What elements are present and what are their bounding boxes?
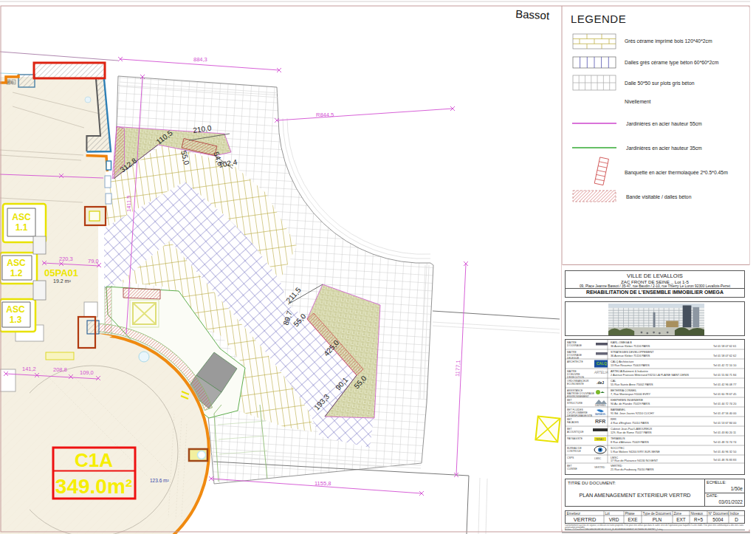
svg-text:VRD: VRD [609, 517, 619, 522]
svg-text:C1A: C1A [75, 449, 113, 471]
svg-text:Tel 01 42 96 08 77: Tel 01 42 96 08 77 [713, 383, 736, 386]
svg-text:8 Rue d'Athenes 75009 PARIS: 8 Rue d'Athenes 75009 PARIS [611, 441, 649, 444]
svg-text:DESENFUMAGE/GTB: DESENFUMAGE/GTB [567, 414, 593, 417]
svg-text:Tel 01 43 80 20 11: Tel 01 43 80 20 11 [713, 431, 736, 434]
svg-text:Indice: Indice [730, 512, 740, 516]
svg-text:208,8: 208,8 [53, 366, 67, 373]
svg-text:Emetteur: Emetteur [567, 512, 581, 516]
svg-text:TERABILIS: TERABILIS [611, 437, 625, 440]
svg-text:PLN: PLN [653, 517, 662, 522]
svg-text:STRUCTURE: STRUCTURE [567, 402, 583, 405]
svg-text:36 Avenue Kleber 75116 PARIS: 36 Avenue Kleber 75116 PARIS [611, 345, 650, 348]
svg-text:884,3: 884,3 [193, 56, 207, 63]
svg-text:13 Rue Reaumur 75003 PARIS: 13 Rue Reaumur 75003 PARIS [611, 364, 650, 367]
svg-text:Lot: Lot [605, 512, 611, 516]
svg-text:129, Rue de Rome 75017 PARIS: 129, Rue de Rome 75017 PARIS [611, 431, 652, 434]
svg-text:220,3: 220,3 [59, 256, 73, 262]
svg-text:109,0: 109,0 [80, 369, 94, 376]
svg-text:CUISINE: CUISINE [567, 468, 577, 470]
svg-text:CAL: CAL [611, 380, 616, 383]
svg-text:5004: 5004 [712, 517, 724, 522]
svg-text:EXE: EXE [628, 517, 638, 522]
svg-text:Tel 01 42 72 10 10: Tel 01 42 72 10 10 [713, 364, 736, 367]
svg-text:FACADES: FACADES [567, 421, 580, 424]
svg-text:05PA01: 05PA01 [44, 267, 78, 278]
svg-text:1155,8: 1155,8 [315, 480, 331, 487]
svg-text:Dalles grès cérame type béton: Dalles grès cérame type béton 60*60*2cm [625, 60, 719, 66]
svg-text:Tel 01 58 07 62 61: Tel 01 58 07 62 61 [713, 345, 736, 348]
svg-text:KARL-OMEGA B: KARL-OMEGA B [611, 341, 632, 344]
svg-text:90 Av. de Flandre 75019 PARIS: 90 Av. de Flandre 75019 PARIS [611, 403, 650, 405]
svg-text:ARCHITECTE: ARCHITECTE [567, 360, 583, 363]
svg-text:TERAO: TERAO [596, 438, 605, 441]
svg-text:ARTELIA Batiment & Industrie: ARTELIA Batiment & Industrie [611, 370, 648, 373]
svg-text:1177,1: 1177,1 [454, 360, 461, 377]
svg-text:Phase: Phase [625, 512, 635, 516]
svg-text:CALQ Architecture: CALQ Architecture [611, 360, 633, 363]
svg-text:2 Avenue Francois Mitterrand 9: 2 Avenue Francois Mitterrand 93210 LA PL… [611, 374, 690, 377]
svg-text:Tel 01 44 72 74 20: Tel 01 44 72 74 20 [713, 403, 736, 405]
svg-text:Bande visitable / dalles béton: Bande visitable / dalles béton [626, 194, 692, 199]
svg-text:1.1: 1.1 [16, 222, 28, 233]
svg-text:RFR: RFR [611, 418, 616, 421]
svg-text:91 Bd. Jean Jaures 92110 CLICH: 91 Bd. Jean Jaures 92110 CLICHY [611, 412, 654, 415]
svg-text:36 Avenue Kleber 75116 PARIS: 36 Avenue Kleber 75116 PARIS [611, 355, 650, 357]
svg-text:Banquette en acier thermolaqué: Banquette en acier thermolaquée 2*0.5*0.… [625, 170, 728, 176]
svg-text:R+5: R+5 [694, 517, 703, 522]
svg-text:Tel 01 40 96 32 50: Tel 01 40 96 32 50 [713, 451, 736, 453]
svg-text:123.6 m²: 123.6 m² [150, 478, 169, 483]
svg-text:ASC: ASC [12, 212, 31, 222]
svg-text:VERTRD: VERTRD [574, 516, 597, 523]
svg-text:R844,5: R844,5 [316, 112, 334, 118]
svg-text:Tel 01 58 07 62 62: Tel 01 58 07 62 62 [713, 355, 736, 357]
svg-text:Type de Document: Type de Document [643, 512, 672, 516]
svg-text:PAYSAGISTE: PAYSAGISTE [567, 437, 583, 440]
svg-text:STRATEGIES DEVELOPPEMENT: STRATEGIES DEVELOPPEMENT [611, 351, 654, 354]
svg-text:BARBANEL: BARBANEL [595, 413, 606, 416]
svg-text:BETERRA CONSEIL: BETERRA CONSEIL [611, 389, 636, 392]
svg-text:D: D [735, 517, 738, 522]
svg-text:Jardinières en acier hauteur 5: Jardinières en acier hauteur 55cm [626, 121, 702, 126]
svg-text:Niveaux: Niveaux [691, 512, 704, 516]
svg-text:Tel 01 53 67 84 00: Tel 01 53 67 84 00 [713, 422, 736, 425]
svg-text:ENVIRONNEMENT: ENVIRONNEMENT [567, 395, 589, 398]
svg-text:349.0m²: 349.0m² [55, 475, 132, 498]
svg-text:55 Rue Sainte Anne 75002 PARIS: 55 Rue Sainte Anne 75002 PARIS [611, 383, 653, 386]
svg-text:BARBANEL: BARBANEL [611, 408, 625, 411]
svg-text:Nivellement: Nivellement [625, 99, 651, 104]
svg-text:CONTROLE: CONTROLE [567, 450, 582, 453]
svg-text:Tel 01 48 76 83 83: Tel 01 48 76 83 83 [713, 459, 736, 462]
svg-text:4 Rue d'Enghien 75010 PARIS: 4 Rue d'Enghien 75010 PARIS [611, 422, 649, 425]
svg-text:ARTELIA: ARTELIA [594, 371, 608, 374]
svg-text:21 Rue du Faubourg 75010 PARIS: 21 Rue du Faubourg 75010 PARIS [611, 468, 654, 471]
svg-text:VERTRD: VERTRD [594, 466, 605, 469]
svg-text:Grès cérame imprimé bois 120*4: Grès cérame imprimé bois 120*40*2cm [625, 38, 712, 44]
svg-text:5 Rue Moliere 94200 IVRY-SUR-S: 5 Rue Moliere 94200 IVRY-SUR-SEINE [611, 451, 660, 453]
svg-text:Bassot: Bassot [515, 7, 551, 21]
svg-text:19.2 m²: 19.2 m² [53, 278, 71, 284]
svg-text:1.2: 1.2 [10, 268, 23, 278]
svg-text:1411,5: 1411,5 [126, 196, 132, 212]
svg-text:Cabinet Jean-Paul LAMOUREUX: Cabinet Jean-Paul LAMOUREUX [611, 428, 653, 431]
svg-text:17 Rue de Plaisance 94130 NOGE: 17 Rue de Plaisance 94130 NOGENT [611, 459, 659, 462]
svg-text:N° Document: N° Document [709, 512, 729, 516]
svg-text:ASC: ASC [6, 304, 25, 315]
svg-text:Zone: Zone [674, 512, 682, 516]
svg-text:KHEPHREN: KHEPHREN [595, 404, 606, 407]
svg-text:ASC: ASC [7, 258, 26, 268]
svg-text:KHEPHREN INGENIERIE: KHEPHREN INGENIERIE [611, 399, 644, 402]
svg-text:Tel 01 60 78 67 45: Tel 01 60 78 67 45 [713, 393, 736, 396]
svg-text:LM3C: LM3C [594, 457, 602, 460]
svg-text:7, Rue Montespan 91000 EVRY: 7, Rue Montespan 91000 EVRY [611, 393, 650, 396]
svg-text:SOCOTEC: SOCOTEC [611, 447, 625, 450]
svg-text:ECONOMISTE: ECONOMISTE [567, 383, 585, 386]
svg-text:Dalle 50*50 sur plots gris bét: Dalle 50*50 sur plots gris béton [625, 81, 695, 86]
svg-text:ACOUSTIQUE: ACOUSTIQUE [567, 431, 584, 434]
svg-text:EXT: EXT [676, 517, 686, 522]
svg-text:Tel 01 48 74 74 74: Tel 01 48 74 74 74 [713, 441, 736, 444]
svg-text:Tel 01 55 84 71 84: Tel 01 55 84 71 84 [713, 374, 736, 377]
svg-text:CSPS: CSPS [567, 456, 574, 459]
svg-text:DELEGUE: DELEGUE [567, 357, 580, 360]
svg-text:141,2: 141,2 [22, 366, 36, 372]
svg-text:CALQ: CALQ [597, 361, 607, 366]
